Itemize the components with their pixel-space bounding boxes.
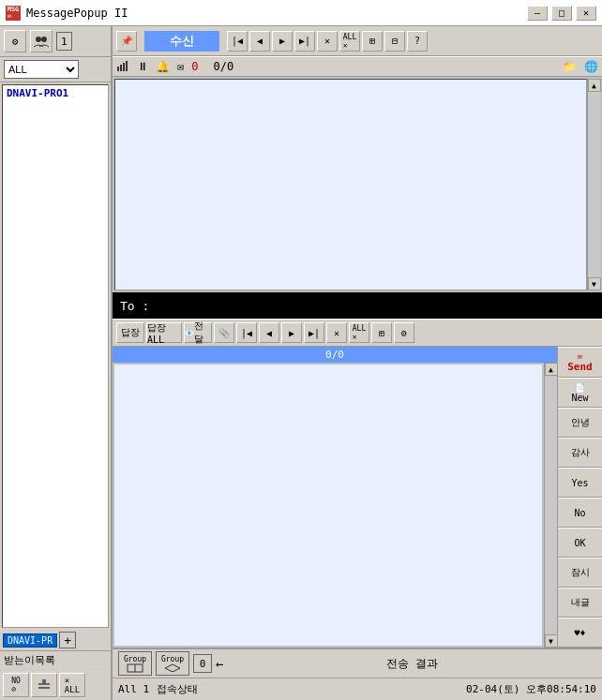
compose-scroll-track xyxy=(545,376,557,634)
message-scrollbar[interactable]: ▲ ▼ xyxy=(587,79,600,290)
signal-icon xyxy=(116,59,129,75)
quick-ok[interactable]: OK xyxy=(558,528,602,558)
quick-reply-panel: ✉ Send 📄 New 안녕 감사 Yes No OK 잠시 내글 ♥♦ xyxy=(557,347,602,648)
send-toolbar: 답장 답장ALL 📧전달 📎 |◀ ◀ ▶ ▶| ✕ ALL✕ ⊞ ⚙ xyxy=(113,319,602,347)
bell-icon: 🔔 xyxy=(156,60,170,73)
pause-icon: ⏸ xyxy=(137,60,148,73)
last-button-top[interactable]: ▶| xyxy=(294,31,315,52)
msg-status-bar: ⏸ 🔔 ✉ 0 0/0 📁 🌐 xyxy=(113,56,602,77)
main-container: ⚙ 1 ALL DNAVI-PRO1 DNAVI-PR + xyxy=(0,26,602,700)
next-button-send[interactable]: ▶ xyxy=(281,322,302,343)
status-connection: 접속상태 xyxy=(157,682,198,696)
scroll-track xyxy=(588,92,600,277)
scroll-up-btn[interactable]: ▲ xyxy=(588,79,601,92)
scroll-down-btn[interactable]: ▼ xyxy=(588,277,601,290)
back-arrow-icon[interactable]: ← xyxy=(216,656,223,671)
window-title: MessagePopup II xyxy=(26,7,128,20)
minimize-button[interactable]: — xyxy=(527,6,548,21)
toolbar-title: 수신 xyxy=(144,31,219,52)
globe-icon: 🌐 xyxy=(584,60,598,73)
forward-button[interactable]: 📧전달 xyxy=(184,322,212,343)
send-button[interactable]: ✉ Send xyxy=(558,347,602,378)
status-datetime: 02-04(토) 오후08:54:10 xyxy=(466,682,596,696)
compose-counter: 0/0 xyxy=(113,347,557,363)
quick-annyeong[interactable]: 안녕 xyxy=(558,408,602,438)
settings-send-button[interactable]: ⚙ xyxy=(394,322,414,343)
tool-button[interactable] xyxy=(31,673,57,697)
prev-button-top[interactable]: ◀ xyxy=(249,31,270,52)
svg-rect-5 xyxy=(120,65,122,71)
sidebar-tab[interactable]: DNAVI-PR xyxy=(3,633,57,648)
compose-textarea[interactable] xyxy=(114,365,542,646)
svg-rect-3 xyxy=(38,683,50,685)
reply-all-button[interactable]: 답장ALL xyxy=(146,322,182,343)
group1-button[interactable]: Group xyxy=(118,651,152,676)
sidebar-bottom-icons: NO⊘ ✕ALL xyxy=(0,670,111,700)
message-area xyxy=(114,79,587,290)
close-x-button[interactable]: ✕ xyxy=(317,31,338,52)
user-item[interactable]: DNAVI-PRO1 xyxy=(3,85,108,101)
message-display-wrapper: ▲ ▼ xyxy=(113,77,602,292)
svg-point-1 xyxy=(41,37,47,42)
group2-button[interactable]: Group xyxy=(156,651,189,676)
reply-button[interactable]: 답장 xyxy=(116,322,144,343)
quick-hearts[interactable]: ♥♦ xyxy=(558,618,602,648)
close-all-button[interactable]: ALL✕ xyxy=(339,31,360,52)
bottom-bar: Group Group 0 ← 전송 결과 xyxy=(113,648,602,678)
prev-button-send[interactable]: ◀ xyxy=(259,322,279,343)
sidebar-top: ⚙ 1 xyxy=(0,26,111,57)
svg-rect-4 xyxy=(117,67,119,71)
msg-counter: 0/0 xyxy=(213,60,233,73)
status-all: All 1 xyxy=(118,683,149,695)
pin-button[interactable]: 📌 xyxy=(116,31,137,52)
email-count: 0 xyxy=(191,60,198,73)
first-button-top[interactable]: |◀ xyxy=(227,31,248,52)
sidebar-tab-row: DNAVI-PR + xyxy=(0,630,111,651)
svg-point-0 xyxy=(36,37,41,42)
new-button[interactable]: 📄 New xyxy=(558,378,602,408)
quick-jamsi[interactable]: 잠시 xyxy=(558,558,602,588)
grid1-button[interactable]: ⊞ xyxy=(362,31,383,52)
group-button[interactable] xyxy=(30,30,53,52)
close-button[interactable]: ✕ xyxy=(576,6,596,21)
compose-scroll-down[interactable]: ▼ xyxy=(545,634,558,648)
maximize-button[interactable]: □ xyxy=(551,6,572,21)
count-badge: 1 xyxy=(56,32,72,51)
to-bar: To : xyxy=(113,292,602,319)
close-send-button[interactable]: ✕ xyxy=(326,322,347,343)
right-area: 📌 수신 |◀ ◀ ▶ ▶| ✕ ALL✕ ⊞ ⊟ ? ⏸ 🔔 xyxy=(113,26,602,700)
send-label: Send xyxy=(567,361,593,373)
grid2-button[interactable]: ⊟ xyxy=(384,31,405,52)
quick-gamsa[interactable]: 감사 xyxy=(558,438,602,468)
attach-button[interactable]: 📎 xyxy=(214,322,234,343)
top-toolbar: 📌 수신 |◀ ◀ ▶ ▶| ✕ ALL✕ ⊞ ⊟ ? xyxy=(113,26,602,56)
svg-rect-6 xyxy=(123,63,125,71)
quick-yes[interactable]: Yes xyxy=(558,468,602,498)
help-button[interactable]: ? xyxy=(407,31,428,52)
first-button-send[interactable]: |◀ xyxy=(236,322,257,343)
next-button-top[interactable]: ▶ xyxy=(272,31,293,52)
status-bottom-bar: All 1 접속상태 02-04(토) 오후08:54:10 xyxy=(113,678,602,700)
add-button[interactable]: + xyxy=(59,632,76,648)
last-button-send[interactable]: ▶| xyxy=(304,322,324,343)
grid-send-button[interactable]: ⊞ xyxy=(371,322,392,343)
title-bar: MSG✉ MessagePopup II — □ ✕ xyxy=(0,0,602,26)
x-all-button[interactable]: ✕ALL xyxy=(59,673,85,697)
result-label: 전송 결과 xyxy=(227,656,596,672)
compose-scrollbar[interactable]: ▲ ▼ xyxy=(544,363,557,648)
left-sidebar: ⚙ 1 ALL DNAVI-PRO1 DNAVI-PR + xyxy=(0,26,113,700)
compose-area-row: ▲ ▼ xyxy=(113,363,557,648)
svg-rect-7 xyxy=(126,61,128,71)
compose-column: 0/0 ▲ ▼ xyxy=(113,347,557,648)
filter-select[interactable]: ALL xyxy=(4,60,79,79)
close-all-send-button[interactable]: ALL✕ xyxy=(349,322,369,343)
new-label: New xyxy=(571,393,588,403)
quick-naegul[interactable]: 내글 xyxy=(558,588,602,618)
quick-no[interactable]: No xyxy=(558,498,602,528)
title-left: MSG✉ MessagePopup II xyxy=(6,6,128,21)
window-controls: — □ ✕ xyxy=(527,6,596,21)
recv-label: 받는이목록 xyxy=(0,651,111,670)
compose-scroll-up[interactable]: ▲ xyxy=(545,363,558,376)
no-button[interactable]: NO⊘ xyxy=(3,673,29,697)
settings-button[interactable]: ⚙ xyxy=(4,30,26,52)
